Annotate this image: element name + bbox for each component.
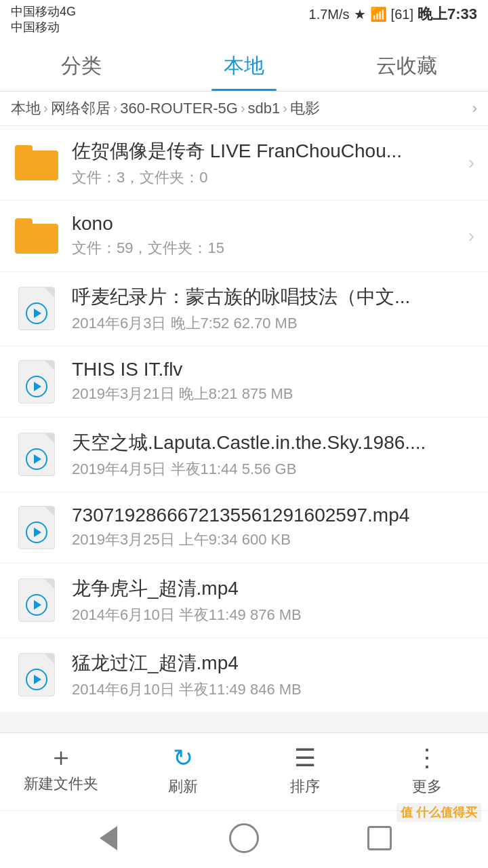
more-button[interactable]: ⋮ 更多	[366, 744, 488, 797]
sort-icon: ☰	[294, 744, 316, 772]
refresh-label: 刷新	[168, 776, 198, 797]
bottom-toolbar: ＋ 新建文件夹 ↻ 刷新 ☰ 排序 ⋮ 更多	[0, 732, 488, 810]
new-folder-button[interactable]: ＋ 新建文件夹	[0, 744, 122, 797]
signal-icons: 📶	[370, 6, 387, 22]
video-file-icon	[14, 431, 60, 477]
plus-icon: ＋	[48, 744, 74, 770]
list-item[interactable]: 73071928666721355612916​02597.mp42019年3月…	[0, 492, 488, 564]
tab-local[interactable]: 本地	[163, 39, 325, 91]
breadcrumb[interactable]: 本地 › 网络邻居 › 360-ROUTER-5G › sdb1 › 电影 ›	[0, 92, 488, 126]
new-folder-label: 新建文件夹	[24, 774, 98, 794]
file-list: 佐贺偶像是传奇 LIVE FranChouChou...文件：3，文件夹：0› …	[0, 126, 488, 732]
watermark: 值 什么值得买	[396, 803, 481, 822]
breadcrumb-sep-3: ›	[283, 100, 287, 116]
refresh-icon: ↻	[173, 744, 193, 772]
file-name: 佐贺偶像是传奇 LIVE FranChouChou...	[72, 138, 456, 164]
breadcrumb-sep-0: ›	[43, 100, 48, 116]
file-meta: 2014年6月10日 半夜11:49 846 MB	[72, 679, 474, 700]
nav-home-button[interactable]	[226, 821, 262, 856]
sort-label: 排序	[290, 776, 320, 797]
file-meta: 2014年6月10日 半夜11:49 876 MB	[72, 605, 474, 625]
breadcrumb-item-2[interactable]: 360-ROUTER-5G	[120, 100, 238, 117]
breadcrumb-sep-1: ›	[113, 100, 118, 116]
status-time: 晚上7:33	[418, 4, 477, 24]
folder-icon	[14, 213, 60, 259]
sort-button[interactable]: ☰ 排序	[244, 744, 366, 797]
video-file-icon	[14, 505, 60, 551]
video-file-icon	[14, 285, 60, 332]
file-name: 73071928666721355612916​02597.mp4	[72, 505, 474, 526]
file-name: 呼麦纪录片：蒙古族的咏唱技法（中文...	[72, 284, 474, 310]
list-item[interactable]: 猛龙过江_超清.mp42014年6月10日 半夜11:49 846 MB	[0, 638, 488, 713]
status-right: 1.7M/s ★ 📶 [61] 晚上7:33	[309, 4, 477, 24]
nav-recent-button[interactable]	[362, 821, 397, 856]
list-item[interactable]: 天空之城.Laputa.Castle.in.the.Sky.1986....20…	[0, 418, 488, 492]
list-item[interactable]: THIS IS IT.flv2019年3月21日 晚上8:21 875 MB	[0, 347, 488, 418]
tab-bar: 分类 本地 云收藏	[0, 39, 488, 92]
list-item[interactable]: 龙争虎斗_超清.mp42014年6月10日 半夜11:49 876 MB	[0, 564, 488, 638]
more-icon: ⋮	[415, 744, 439, 772]
file-name: kono	[72, 213, 456, 235]
file-name: 猛龙过江_超清.mp4	[72, 650, 474, 676]
file-navigate-arrow: ›	[468, 152, 474, 174]
file-meta: 2019年3月21日 晚上8:21 875 MB	[72, 384, 474, 404]
file-meta: 文件：3，文件夹：0	[72, 167, 456, 188]
file-navigate-arrow: ›	[468, 225, 474, 247]
file-meta: 2019年3月25日 上午9:34 600 KB	[72, 530, 474, 550]
list-item[interactable]: kono文件：59，文件夹：15›	[0, 201, 488, 272]
file-name: 龙争虎斗_超清.mp4	[72, 576, 474, 601]
breadcrumb-sep-2: ›	[241, 100, 245, 116]
breadcrumb-item-0[interactable]: 本地	[11, 98, 41, 119]
status-bar: 中国移动4G 中国移动 1.7M/s ★ 📶 [61] 晚上7:33	[0, 0, 488, 39]
back-icon	[100, 826, 117, 850]
breadcrumb-item-1[interactable]: 网络邻居	[51, 98, 110, 119]
carrier-info: 中国移动4G 中国移动	[11, 4, 76, 36]
recent-icon	[367, 826, 392, 850]
file-name: THIS IS IT.flv	[72, 359, 474, 380]
folder-icon	[14, 140, 60, 186]
network-speed: 1.7M/s	[309, 7, 350, 22]
home-icon	[229, 823, 259, 853]
video-file-icon	[14, 652, 60, 698]
file-name: 天空之城.Laputa.Castle.in.the.Sky.1986....	[72, 430, 474, 456]
tab-category[interactable]: 分类	[0, 39, 163, 91]
video-file-icon	[14, 577, 60, 623]
list-item[interactable]: 佐贺偶像是传奇 LIVE FranChouChou...文件：3，文件夹：0›	[0, 126, 488, 201]
file-meta: 文件：59，文件夹：15	[72, 238, 456, 258]
breadcrumb-more-icon[interactable]: ›	[472, 100, 477, 117]
breadcrumb-item-3[interactable]: sdb1	[248, 100, 281, 117]
carrier-name: 中国移动	[11, 20, 76, 35]
breadcrumb-item-4[interactable]: 电影	[290, 98, 320, 119]
video-file-icon	[14, 359, 60, 405]
more-label: 更多	[412, 776, 442, 797]
file-meta: 2019年4月5日 半夜11:44 5.56 GB	[72, 459, 474, 479]
nav-back-button[interactable]	[91, 821, 126, 856]
refresh-button[interactable]: ↻ 刷新	[122, 744, 244, 797]
battery-icon: [61]	[391, 7, 413, 22]
list-item[interactable]: 呼麦纪录片：蒙古族的咏唱技法（中文...2014年6月3日 晚上7:52 62.…	[0, 272, 488, 347]
carrier-4g: 中国移动4G	[11, 4, 76, 20]
file-meta: 2014年6月3日 晚上7:52 62.70 MB	[72, 313, 474, 334]
tab-cloud[interactable]: 云收藏	[325, 39, 488, 91]
bluetooth-icon: ★	[354, 6, 366, 22]
